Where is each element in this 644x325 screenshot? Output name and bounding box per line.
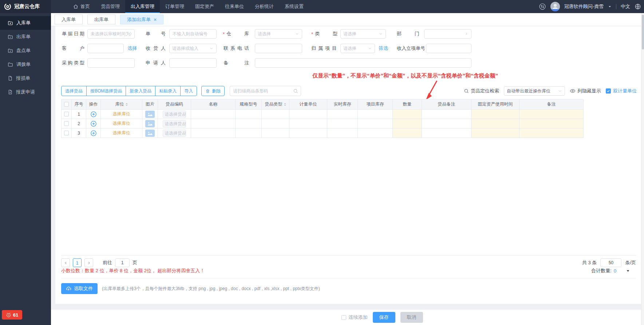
language-switcher[interactable]: 中文 (621, 3, 630, 10)
applicant-input[interactable] (169, 58, 217, 68)
image-placeholder-icon[interactable] (145, 120, 155, 127)
income-no-input[interactable] (426, 44, 471, 53)
sidebar-item-stocktake[interactable]: 盘点单 (0, 44, 51, 58)
import-button[interactable]: 导入 (180, 86, 197, 96)
cell-asset-time[interactable] (471, 110, 519, 119)
col-goods-remark: 货品备注 (422, 99, 471, 110)
row-checkbox[interactable] (64, 112, 69, 116)
remark-input[interactable] (255, 58, 471, 68)
department-picker[interactable] (424, 29, 471, 39)
caret-down-icon[interactable] (626, 269, 630, 273)
doc-type-select[interactable]: 请选择 (340, 29, 386, 39)
location-mode-select[interactable]: 自动带出最近操作库位 (504, 86, 565, 96)
cloud-upload-icon (66, 286, 71, 292)
consignee-select[interactable]: 请选择或输入 (169, 44, 217, 53)
doc-no-input[interactable] (169, 29, 217, 39)
nav-item-goods[interactable]: 货品管理 (95, 0, 125, 13)
page-size-input[interactable] (600, 258, 621, 267)
cell-remark[interactable] (519, 110, 584, 119)
tab-outbound[interactable]: 出库单 (87, 15, 115, 24)
sidebar-item-scrap[interactable]: 报废申请 (0, 85, 51, 99)
prev-page-button[interactable] (61, 258, 70, 267)
required-mark: * (223, 29, 225, 39)
nav-item-orders[interactable]: 订单管理 (160, 0, 190, 13)
caret-down-icon[interactable] (608, 5, 612, 8)
tab-inbound[interactable]: 入库单 (55, 15, 83, 24)
bom-select-button[interactable]: 按BOM选择货品 (86, 86, 126, 96)
image-placeholder-icon[interactable] (145, 130, 155, 137)
select-all-checkbox[interactable] (64, 102, 69, 107)
nav-item-settings[interactable]: 系统设置 (279, 0, 309, 13)
sync-icon[interactable] (539, 3, 546, 10)
sidebar-item-inbound[interactable]: 入库单 (0, 16, 51, 30)
new-goods-button[interactable]: 新录入货品 (126, 86, 155, 96)
nav-item-assets[interactable]: 固定资产 (190, 0, 220, 13)
column-toggle[interactable]: 列隐藏显示 (570, 88, 601, 94)
cell-remark[interactable] (519, 119, 584, 128)
select-location-link[interactable]: 选择库位 (101, 110, 142, 119)
cell-remark[interactable] (519, 128, 584, 138)
doc-no-label: 单号 (146, 29, 166, 39)
row-checkbox[interactable] (64, 121, 69, 126)
choose-file-button[interactable]: 选取文件 (61, 283, 98, 294)
plus-circle-icon[interactable] (90, 120, 97, 127)
col-category[interactable]: 货品类型 (262, 99, 289, 110)
delete-button[interactable]: 删除 (201, 86, 225, 96)
alert-badge[interactable]: 61 (2, 310, 22, 320)
continue-add-checkbox[interactable]: 连续添加 (341, 314, 368, 321)
warehouse-select[interactable]: 请选择 (255, 29, 302, 39)
sidebar-item-damage[interactable]: 报损单 (0, 71, 51, 85)
user-name[interactable]: 冠唐软件顾问-龚雪 (564, 3, 604, 10)
select-goods-button[interactable]: 选择货品 (61, 86, 87, 96)
goto-page-input[interactable] (115, 258, 130, 267)
goods-locate-search[interactable]: 货品定位检索 (464, 88, 499, 94)
tab-add-outbound[interactable]: 添加出库单 × (120, 15, 163, 24)
select-location-link[interactable]: 选择库位 (101, 119, 142, 128)
nav-item-home[interactable]: 首页 (68, 0, 95, 13)
goods-code-input[interactable]: 请选择货品 (163, 111, 186, 118)
cell-asset-time[interactable] (471, 128, 519, 138)
sort-icon[interactable] (126, 103, 128, 106)
cancel-button[interactable]: 取消 (400, 312, 423, 323)
project-filter-link[interactable]: 筛选 (379, 44, 388, 53)
goods-code-input[interactable]: 请选择货品 (163, 120, 186, 127)
cell-quantity[interactable] (393, 119, 422, 128)
row-checkbox[interactable] (64, 131, 69, 135)
paste-entry-button[interactable]: 粘贴录入 (155, 86, 181, 96)
dual-unit-checkbox[interactable]: 双计量单位 (606, 88, 637, 94)
customer-input[interactable] (87, 44, 124, 53)
save-button[interactable]: 保存 (373, 312, 395, 323)
doc-date-input[interactable] (87, 29, 135, 39)
scrollbar-thumb[interactable] (642, 15, 644, 49)
select-location-link[interactable]: 选择库位 (101, 128, 142, 138)
sidebar-item-outbound[interactable]: 出库单 (0, 30, 51, 44)
goods-code-input[interactable]: 请选择货品 (163, 130, 186, 137)
close-icon[interactable]: × (154, 17, 157, 22)
user-avatar[interactable] (550, 2, 560, 11)
project-select[interactable]: 请选择 (340, 44, 375, 53)
toolbar-right: 货品定位检索 自动带出最近操作库位 列隐藏显示 双计量单位 (464, 86, 637, 96)
col-stock: 实时库存 (327, 99, 358, 110)
current-page[interactable]: 1 (73, 258, 82, 267)
nav-item-inout[interactable]: 出入库管理 (125, 0, 160, 13)
purchase-type-input[interactable] (87, 58, 135, 68)
plus-circle-icon[interactable] (90, 111, 97, 118)
barcode-scan-input[interactable] (230, 86, 301, 96)
sort-icon[interactable] (284, 103, 286, 106)
image-placeholder-icon[interactable] (145, 111, 155, 118)
button-label: 粘贴录入 (159, 88, 177, 94)
col-location[interactable]: 库位 (101, 99, 142, 110)
cell-asset-time[interactable] (471, 119, 519, 128)
globe-icon[interactable] (635, 3, 641, 10)
next-page-button[interactable] (84, 258, 93, 267)
cell-quantity[interactable] (393, 128, 422, 138)
sidebar-item-transfer[interactable]: 调拨单 (0, 58, 51, 71)
nav-item-analytics[interactable]: 分析统计 (249, 0, 279, 13)
customer-select-link[interactable]: 选择 (127, 44, 137, 53)
project-label: 归属项目 (311, 44, 337, 53)
cell-project-stock (358, 119, 393, 128)
plus-circle-icon[interactable] (90, 130, 97, 136)
nav-item-partners[interactable]: 往来单位 (220, 0, 249, 13)
phone-input[interactable] (255, 44, 302, 53)
cell-quantity[interactable] (393, 110, 422, 119)
